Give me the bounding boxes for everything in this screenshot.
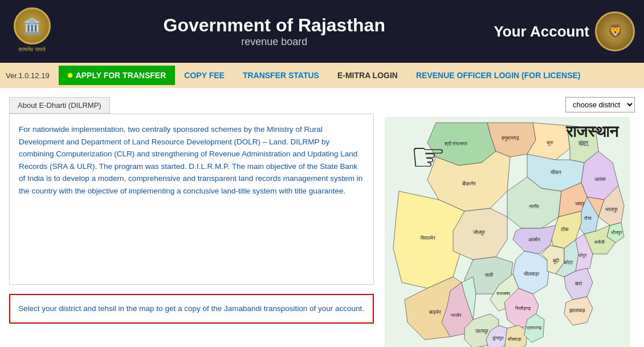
content-box: For nationwide implementation, two centr… [9, 114, 374, 285]
district-select[interactable]: choose district [565, 97, 635, 112]
svg-text:धौलपुर: धौलपुर [611, 229, 622, 236]
apply-transfer-label: APPLY FOR TRANSFER [76, 71, 166, 80]
main-content: About E-Dharti (DILRMP) For nationwide i… [0, 88, 644, 347]
svg-text:बूंदी: बूंदी [552, 258, 560, 264]
header-center: Government of Rajasthan revenue board [55, 15, 494, 48]
svg-text:प्रतापगढ़: प्रतापगढ़ [526, 325, 542, 330]
motto-text: सत्यमेव जयते [18, 46, 46, 53]
account-label[interactable]: Your Account [494, 23, 589, 41]
svg-text:करौली: करौली [594, 239, 605, 245]
page-subtitle: revenue board [55, 36, 494, 48]
svg-text:डूंगरपुर: डूंगरपुर [492, 336, 504, 341]
svg-text:जालोर: जालोर [450, 312, 462, 318]
svg-text:चित्तौड़गढ़: चित्तौड़गढ़ [515, 305, 531, 311]
svg-text:कोटा: कोटा [563, 259, 573, 265]
green-dot-icon [68, 73, 72, 78]
svg-text:हनुमानगढ़: हनुमानगढ़ [501, 135, 519, 142]
svg-text:अलवर: अलवर [594, 176, 606, 182]
page-title: Government of Rajasthan [55, 15, 494, 36]
svg-text:बीकानेर: बीकानेर [462, 180, 476, 187]
svg-text:बारां: बारां [574, 281, 582, 287]
transfer-status-link[interactable]: TRANSFER STATUS [234, 71, 328, 80]
svg-text:बाड़मेर: बाड़मेर [429, 309, 441, 315]
svg-text:अजमेर: अजमेर [528, 236, 540, 243]
svg-text:दौसा: दौसा [584, 215, 592, 221]
map-container: राजस्थान ☞ श्री गंगानगर हनुमानगढ़ चूरु झ… [385, 117, 630, 347]
svg-text:चूरु: चूरु [546, 140, 553, 146]
map-title: राजस्थान [566, 123, 618, 142]
svg-marker-63 [504, 325, 527, 347]
svg-text:नागौर: नागौर [528, 203, 539, 209]
version-label: Ver.1.0.12.19 [6, 71, 50, 80]
svg-text:टोंक: टोंक [560, 226, 569, 232]
svg-text:भीलवाड़ा: भीलवाड़ा [524, 271, 540, 277]
svg-text:बाँसवाड़ा: बाँसवाड़ा [507, 337, 521, 342]
svg-text:भरतपुर: भरतपुर [605, 207, 618, 213]
revenue-officer-login-link[interactable]: REVENUE OFFICER LOGIN (FOR LICENSE) [407, 71, 590, 80]
svg-text:जैसलमेर: जैसलमेर [419, 235, 435, 241]
right-logo: 🦁 [595, 11, 635, 51]
cursor-hand-icon: ☞ [410, 137, 446, 177]
svg-text:जोधपुर: जोधपुर [472, 229, 485, 236]
left-emblem: 🏛️ सत्यमेव जयते [9, 7, 55, 56]
svg-text:उदयपुर: उदयपुर [475, 328, 488, 334]
left-panel: About E-Dharti (DILRMP) For nationwide i… [9, 97, 374, 347]
svg-text:पाली: पाली [484, 272, 494, 278]
notice-box: Select your district and tehsil in the m… [9, 294, 374, 324]
notice-text: Select your district and tehsil in the m… [18, 304, 364, 313]
right-panel: choose district राजस्थान ☞ श्री गंगानगर … [374, 97, 635, 347]
page-header: 🏛️ सत्यमेव जयते Government of Rajasthan … [0, 0, 644, 63]
svg-text:राजसमंद: राजसमंद [496, 291, 511, 296]
emitra-login-link[interactable]: E-MITRA LOGIN [328, 71, 407, 80]
svg-text:सीकर: सीकर [550, 170, 561, 175]
content-text: For nationwide implementation, two centr… [19, 123, 364, 197]
district-select-wrapper: choose district [380, 97, 635, 112]
apply-transfer-button[interactable]: APPLY FOR TRANSFER [59, 66, 176, 85]
copy-fee-link[interactable]: COPY FEE [175, 71, 234, 80]
navbar: Ver.1.0.12.19 APPLY FOR TRANSFER COPY FE… [0, 63, 644, 88]
header-right: Your Account 🦁 [494, 11, 635, 51]
emblem-icon: 🏛️ [14, 7, 51, 45]
tab-about[interactable]: About E-Dharti (DILRMP) [9, 97, 110, 114]
svg-text:झालावाड़: झालावाड़ [569, 308, 585, 313]
svg-text:श्री गंगानगर: श्री गंगानगर [444, 141, 468, 147]
